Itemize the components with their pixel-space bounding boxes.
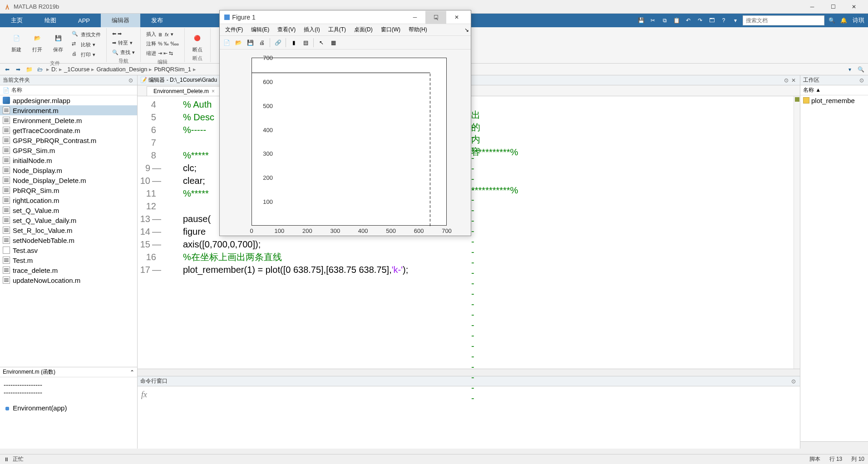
figure-axes-canvas[interactable]: 100200300400500600700 010020030040050060… (220, 49, 471, 236)
figure-window[interactable]: Figure 1 ─ ☐↖ ✕ 文件(F) 编辑(E) 查看(V) 插入(I) … (219, 10, 471, 236)
redo-icon[interactable]: ↷ (695, 16, 705, 25)
addr-search-icon[interactable]: 🔍 (856, 65, 865, 74)
copy-icon[interactable]: ⧉ (660, 16, 669, 25)
figure-menu-window[interactable]: 窗口(W) (377, 25, 404, 35)
tab-apps[interactable]: APP (67, 14, 101, 27)
file-item[interactable]: appdesigner.mlapp (0, 95, 137, 105)
fig-ploteditor-icon[interactable]: ▦ (328, 38, 338, 48)
search-docs-input[interactable] (743, 15, 824, 25)
file-list-header[interactable]: 📄 名称 (0, 85, 137, 95)
fig-new-icon[interactable]: 📄 (222, 38, 232, 48)
breakpoints-button[interactable]: 🔴断点 (188, 30, 207, 54)
file-item[interactable]: Environment_Delete.m (0, 115, 137, 125)
panel-menu-icon[interactable]: ⊙ (127, 77, 134, 84)
new-button[interactable]: 📄新建 (7, 30, 25, 54)
file-item[interactable]: GPSR_PbRQR_Contrast.m (0, 135, 137, 145)
command-window[interactable]: fx (138, 386, 800, 449)
workspace-menu-icon[interactable]: ⊙ (858, 77, 865, 84)
figure-menu-file[interactable]: 文件(F) (222, 25, 247, 35)
figure-menu-edit[interactable]: 编辑(E) (247, 25, 273, 35)
back-icon[interactable]: ⬅ ➡ (110, 30, 137, 38)
comment-button[interactable]: 注释 % ‰ ‱ (144, 39, 181, 48)
fig-link-icon[interactable]: 🔗 (273, 38, 283, 48)
figure-menu-chevron-icon[interactable]: ↘ (464, 27, 469, 33)
insert-button[interactable]: 插入 🗎 fx ▾ (144, 30, 181, 39)
workspace-hscroll[interactable] (800, 441, 868, 449)
figure-menu-tools[interactable]: 工具(T) (325, 25, 350, 35)
user-name[interactable]: 诗琪 (853, 16, 864, 25)
file-item[interactable]: Node_Display.m (0, 165, 137, 175)
nav-forward-icon[interactable]: ➡ (14, 65, 23, 74)
minimize-button[interactable]: ─ (802, 0, 823, 14)
nav-back-icon[interactable]: ⬅ (3, 65, 12, 74)
file-item[interactable]: Set_R_loc_Value.m (0, 225, 137, 235)
help-icon[interactable]: ? (719, 16, 728, 25)
fig-print-icon[interactable]: 🖨 (257, 38, 267, 48)
file-item[interactable]: rightLocation.m (0, 195, 137, 205)
figure-menu-insert[interactable]: 插入(I) (300, 25, 323, 35)
file-item[interactable]: set_Q_Value_daily.m (0, 215, 137, 225)
details-collapse-icon[interactable]: ⌃ (130, 369, 134, 375)
open-button[interactable]: 📂打开 (28, 30, 46, 54)
fig-pointer-icon[interactable]: ↖ (316, 38, 326, 48)
undo-icon[interactable]: ↶ (684, 16, 693, 25)
figure-minimize-button[interactable]: ─ (404, 11, 425, 24)
search-icon[interactable]: 🔍 (827, 16, 836, 25)
fig-save-icon[interactable]: 💾 (245, 38, 255, 48)
indent-button[interactable]: 缩进 ⇥ ⇤ ⇆ (144, 49, 181, 58)
cut-icon[interactable]: ✂ (648, 16, 657, 25)
file-item[interactable]: set_Q_Value.m (0, 205, 137, 215)
nav-up-icon[interactable]: 📁 (25, 65, 34, 74)
editor-menu-icon[interactable]: ⊙ (783, 77, 790, 84)
fig-open-icon[interactable]: 📂 (233, 38, 243, 48)
figure-menu-help[interactable]: 帮助(H) (405, 25, 431, 35)
figure-maximize-button[interactable]: ☐↖ (425, 11, 446, 24)
switch-windows-icon[interactable]: 🗔 (707, 16, 716, 25)
figure-close-button[interactable]: ✕ (446, 11, 467, 24)
file-item[interactable]: Test.asv (0, 245, 137, 255)
editor-close-icon[interactable]: ✕ (790, 77, 797, 84)
file-item[interactable]: Node_Display_Delete.m (0, 175, 137, 185)
fig-legend-icon[interactable]: ▤ (301, 38, 311, 48)
file-item[interactable]: initialNode.m (0, 155, 137, 165)
file-item[interactable]: PbRQR_Sim.m (0, 185, 137, 195)
cmdwin-menu-icon[interactable]: ⊙ (790, 378, 797, 385)
tab-publish[interactable]: 发布 (140, 14, 174, 27)
bell-icon[interactable]: 🔔 (839, 16, 848, 25)
save-icon[interactable]: 💾 (636, 16, 646, 25)
editor-hscroll[interactable] (138, 369, 800, 376)
fig-colorbar-icon[interactable]: ▮ (289, 38, 299, 48)
dropdown-icon[interactable]: ▾ (731, 16, 740, 25)
tab-close-icon[interactable]: × (212, 88, 215, 94)
editor-message-bar[interactable] (794, 96, 800, 369)
workspace-var[interactable]: plot_remembe (800, 95, 868, 105)
file-item[interactable]: trace_delete.m (0, 265, 137, 275)
code-analyzer-indicator[interactable] (795, 97, 799, 102)
save-button[interactable]: 💾保存 (49, 30, 67, 54)
editor-tab[interactable]: Environment_Delete.m× (147, 86, 222, 96)
file-item[interactable]: GPSR_Sim.m (0, 145, 137, 155)
paste-icon[interactable]: 📋 (672, 16, 681, 25)
file-item[interactable]: Test.m (0, 255, 137, 265)
find-files-button[interactable]: 🔍查找文件 (70, 30, 103, 39)
file-item[interactable]: Environment.m (0, 105, 137, 115)
figure-menu-view[interactable]: 查看(V) (274, 25, 299, 35)
tab-plots[interactable]: 绘图 (34, 14, 67, 27)
tab-editor[interactable]: 编辑器 (101, 14, 140, 27)
file-item[interactable]: setNodeNebTable.m (0, 235, 137, 245)
find-button[interactable]: 🔍 查找 ▾ (110, 48, 137, 57)
maximize-button[interactable]: ☐ (823, 0, 843, 14)
goto-button[interactable]: ➡ 转至 ▾ (110, 39, 137, 47)
file-item[interactable]: getTraceCoordinate.m (0, 125, 137, 135)
fx-prompt-icon[interactable]: fx (141, 390, 147, 400)
close-button[interactable]: ✕ (843, 0, 864, 14)
addr-dropdown-icon[interactable]: ▾ (845, 65, 854, 74)
nav-browse-icon[interactable]: 🗁 (35, 65, 44, 74)
print-button[interactable]: 🖨打印 ▾ (70, 50, 103, 59)
compare-button[interactable]: ⇄比较 ▾ (70, 40, 103, 49)
workspace-col-header[interactable]: 名称 ▲ (800, 85, 868, 95)
tab-home[interactable]: 主页 (0, 14, 34, 27)
file-item[interactable]: updateNowLocation.m (0, 275, 137, 285)
figure-menu-desktop[interactable]: 桌面(D) (350, 25, 376, 35)
figure-titlebar[interactable]: Figure 1 ─ ☐↖ ✕ (220, 10, 471, 24)
